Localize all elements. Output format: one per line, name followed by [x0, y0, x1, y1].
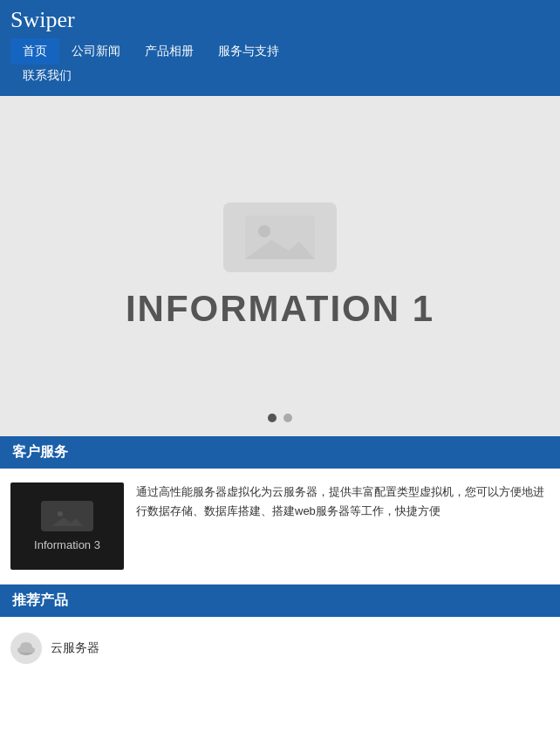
cs-image-label: Information 3: [34, 538, 100, 551]
nav-row1: 首页 公司新闻 产品相册 服务与支持: [10, 38, 550, 65]
cs-text: 通过高性能服务器虚拟化为云服务器，提供丰富配置类型虚拟机，您可以方便地进行数据存…: [136, 483, 550, 521]
slider: INFORMATION 1: [0, 96, 560, 436]
slider-placeholder-icon: [223, 202, 337, 272]
cs-placeholder-icon: [51, 507, 83, 526]
slider-title: INFORMATION 1: [126, 288, 434, 330]
nav-item-home[interactable]: 首页: [10, 38, 59, 65]
slider-dots: [268, 414, 292, 422]
dot-1[interactable]: [268, 414, 277, 422]
dot-2[interactable]: [283, 414, 292, 422]
svg-point-4: [58, 511, 63, 517]
customer-service-title: 客户服务: [0, 436, 560, 469]
product-item[interactable]: 云服务器: [10, 627, 550, 669]
product-name: 云服务器: [51, 640, 99, 656]
nav-row2: 联系我们: [10, 65, 550, 92]
nav-item-album[interactable]: 产品相册: [133, 38, 206, 65]
customer-service: Information 3 通过高性能服务器虚拟化为云服务器，提供丰富配置类型虚…: [0, 469, 560, 585]
recommended-title: 推荐产品: [0, 585, 560, 617]
nav-item-contact[interactable]: 联系我们: [10, 65, 550, 87]
cs-image-icon: [41, 501, 93, 531]
nav-item-news[interactable]: 公司新闻: [59, 38, 133, 65]
cs-image: Information 3: [10, 483, 124, 570]
svg-point-1: [258, 225, 270, 237]
cloud-server-icon: [17, 639, 36, 658]
nav-item-support[interactable]: 服务与支持: [206, 38, 291, 65]
product-icon: [10, 633, 42, 664]
recommended: 云服务器: [0, 617, 560, 680]
header: Swiper 首页 公司新闻 产品相册 服务与支持 联系我们: [0, 0, 560, 96]
placeholder-image-icon: [245, 216, 315, 259]
logo: Swiper: [10, 7, 550, 33]
